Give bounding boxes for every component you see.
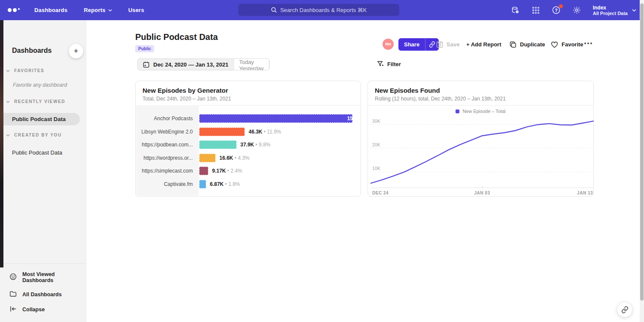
nav-item-label: Users [128,7,144,13]
bar-segment[interactable] [199,140,237,149]
add-report-button[interactable]: + Add Report [466,38,501,51]
x-tick-label: JAN 13 [577,191,593,195]
collapse-icon [9,306,17,313]
mixpanel-logo-icon[interactable] [8,8,22,12]
bar-chart-body: Anchor Podcasts156K • 40.3%Libsyn WebEng… [136,106,360,196]
filter-funnel-icon [377,61,384,67]
bar-chart-card: New Episodes by Generator Total, Dec 24t… [135,81,361,197]
notification-dot [559,4,563,8]
legend-label: New Episode – Total [462,109,505,114]
apps-grid-icon[interactable] [531,6,541,15]
sidebar-section-1[interactable]: RECENTLY VIEWED [6,99,65,104]
sidebar-section-0[interactable]: FAVORITES [6,68,44,73]
page-scrollbar[interactable] [640,0,644,322]
bar-category-label: https://podbean.com... [136,142,193,148]
y-tick-label: 30K [372,119,380,124]
bar-row-1: Libsyn WebEngine 2.046.3K • 11.9% [136,128,360,136]
bar-category-label: https://simplecast.com [136,168,193,174]
legend-swatch [456,109,459,113]
chevron-down-icon [6,70,10,72]
bar-segment[interactable] [199,128,245,136]
bar-segment[interactable] [199,154,216,162]
bar-segment[interactable] [199,180,206,188]
section-label: RECENTLY VIEWED [14,99,65,104]
data-management-icon[interactable] [510,6,520,15]
line-series [371,117,594,188]
bar-segment[interactable] [199,167,208,175]
line-chart-header[interactable]: New Episodes Found Rolling (12 hours), t… [368,81,593,106]
chevron-down-icon [6,134,10,137]
nav-item-label: Dashboards [34,7,67,13]
bar-value-label: 46.3K • 11.9% [249,129,281,135]
y-tick-label: 10K [372,166,380,171]
top-nav: DashboardsReportsUsers Search Dashboards… [0,0,644,20]
footer-item-label: All Dashboards [22,292,62,298]
bar-chart-title: New Episodes by Generator [143,87,354,94]
line-chart-plot[interactable]: 10K20K30K [371,117,594,188]
sidebar-empty-note: Favorite any dashboard [13,82,67,88]
link-icon [621,306,629,313]
bar-chart-header[interactable]: New Episodes by Generator Total, Dec 24t… [136,81,361,106]
bar-category-label: Captivate.fm [136,181,193,187]
sidebar-item-public-podcast-data[interactable]: Public Podcast Data [0,113,80,125]
nav-item-reports[interactable]: Reports [84,7,112,13]
footer-item-collapse[interactable]: Collapse [0,302,86,317]
avatar[interactable]: RH [383,39,394,50]
page-title: Public Podcast Data [135,32,218,42]
x-axis-ticks: DEC 24JAN 03JAN 13 [371,190,594,196]
line-chart-title: New Episodes Found [375,87,586,94]
smiley-icon [9,273,17,282]
nav-items: DashboardsReportsUsers [34,7,144,13]
x-axis-tick-mark [482,186,483,188]
favorite-button[interactable]: Favorite [551,38,583,51]
nav-item-users[interactable]: Users [128,7,144,13]
bar-value-label: 6.87K • 1.8% [210,181,240,187]
help-icon[interactable]: ? [552,6,561,15]
bar-row-4: https://simplecast.com9.17K • 2.4% [136,167,360,175]
bar-row-5: Captivate.fm6.87K • 1.8% [136,180,360,188]
x-tick-label: JAN 03 [474,191,490,195]
bar-category-label: Libsyn WebEngine 2.0 [136,129,193,135]
search-placeholder: Search Dashboards & Reports ⌘K [280,7,367,13]
add-dashboard-button[interactable]: + [69,44,83,58]
bar-value-label: 9.17K • 2.4% [212,168,242,174]
bar-row-2: https://podbean.com...37.9K • 9.8% [136,140,360,149]
filter-button[interactable]: Filter [377,61,401,67]
line-chart-card: New Episodes Found Rolling (12 hours), t… [368,81,594,197]
sidebar-footer: Most Viewed DashboardsAll DashboardsColl… [0,263,86,322]
duplicate-icon [510,41,516,48]
link-icon [429,41,435,48]
x-tick-label: DEC 24 [372,191,389,195]
sidebar-section-2[interactable]: CREATED BY YOU [6,133,62,137]
sidebar-item-public-podcast-data[interactable]: Public Podcast Data [0,146,80,159]
footer-item-label: Collapse [22,307,45,313]
search-input[interactable]: Search Dashboards & Reports ⌘K [238,4,399,16]
bar-value-label: 16.6K • 4.3% [219,155,249,161]
window-edge-artifact [0,20,3,267]
project-switcher[interactable]: Index All Project Data [593,5,636,16]
calendar-icon [143,61,149,68]
footer-item-all-dashboards[interactable]: All Dashboards [0,287,86,302]
share-button[interactable]: Share [398,38,425,51]
scrollbar-thumb[interactable] [640,3,644,301]
chevron-down-icon [108,9,112,12]
y-tick-label: 20K [372,143,380,147]
preset-today[interactable]: Today [234,59,269,65]
save-button[interactable]: Save [436,38,459,51]
nav-item-dashboards[interactable]: Dashboards [34,7,67,13]
floating-link-button[interactable] [617,302,632,317]
duplicate-button[interactable]: Duplicate [510,38,545,51]
more-options-button[interactable] [584,43,592,44]
share-button-group: Share [398,38,439,51]
section-label: CREATED BY YOU [14,133,62,137]
folder-icon [9,290,17,299]
search-icon [271,7,277,13]
bar-category-label: Anchor Podcasts [136,115,193,122]
heart-icon [551,41,558,48]
settings-gear-icon[interactable] [572,6,582,15]
footer-item-most-viewed-dashboards[interactable]: Most Viewed Dashboards [0,268,86,287]
nav-item-label: Reports [84,7,106,13]
preset-yesterday[interactable]: Yesterday [234,65,269,70]
line-chart-legend: New Episode – Total [368,109,593,114]
date-range-value[interactable]: Dec 24, 2020 — Jan 13, 2021 [138,59,234,70]
